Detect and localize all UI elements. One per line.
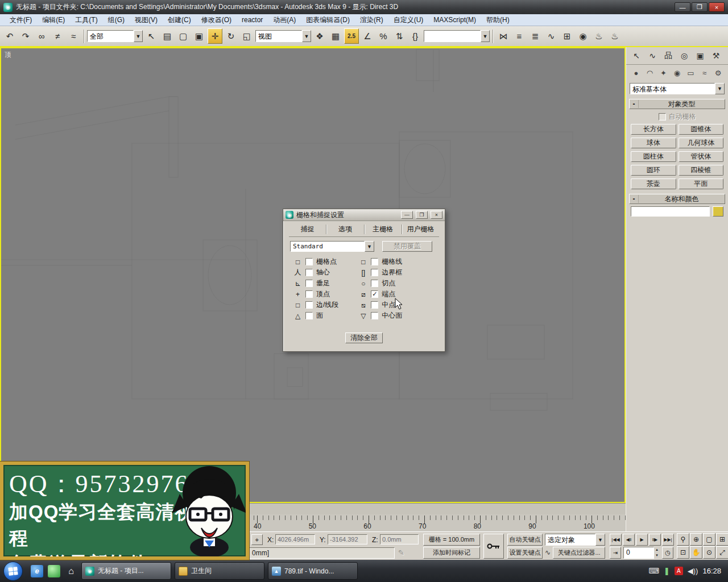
toolbar-icon[interactable]: ∠ [360,28,375,44]
selection-filter-dropdown[interactable]: 全部 ▼ [87,30,143,42]
snap-checkbox[interactable]: ✓ [371,290,378,298]
object-type-button[interactable]: 球体 [631,138,676,148]
menu-item[interactable]: 组(G) [103,14,130,26]
object-type-button[interactable]: 平面 [679,178,724,189]
category-icon[interactable]: ◠ [643,66,656,80]
category-icon[interactable]: ▭ [684,66,697,80]
toolbar-icon[interactable]: ◱ [239,28,254,44]
toolbar-icon[interactable]: ≠ [50,28,65,44]
toolbar-icon[interactable]: ♨ [607,28,622,44]
toolbar-icon[interactable]: ↶ [2,28,17,44]
spinner-down-icon[interactable]: ▼ [654,552,660,558]
object-type-button[interactable]: 圆锥体 [679,124,724,135]
volume-icon[interactable]: ◀)) [688,567,698,575]
autogrid-checkbox[interactable] [659,113,666,120]
key-selection-dropdown[interactable]: 选定对象 ▼ [545,534,605,546]
snap-preset-dropdown[interactable]: Standard ▼ [290,241,374,252]
minimize-button[interactable]: — [675,2,690,12]
key-toggle-button[interactable] [483,534,504,559]
adobe-tray-icon[interactable]: A [675,567,683,575]
menu-item[interactable]: MAXScript(M) [428,14,481,26]
toolbar-icon[interactable]: ≣ [528,28,543,44]
messenger-icon[interactable] [48,565,60,577]
close-button[interactable]: × [709,2,725,12]
dialog-tab[interactable]: 捕捉 [289,225,326,234]
menu-item[interactable]: 自定义(U) [388,14,429,26]
toolbar-icon[interactable]: ♨ [592,28,606,44]
toolbar-icon[interactable]: ▦ [328,28,343,44]
dialog-close-button[interactable]: × [431,211,442,219]
object-type-button[interactable]: 长方体 [631,124,676,135]
set-key-button[interactable]: 设置关键点 [507,547,543,559]
panel-tab-icon[interactable]: ▣ [693,49,707,63]
toolbar-icon[interactable]: ≡ [512,28,527,44]
dialog-restore-button[interactable]: ❐ [416,211,428,219]
viewport-nav-button[interactable]: ⊡ [677,546,689,559]
toolbar-icon[interactable]: ↻ [224,28,238,44]
chevron-down-icon[interactable]: ▼ [302,30,311,42]
object-type-button[interactable]: 茶壶 [631,178,676,189]
auto-key-button[interactable]: 自动关键点 [507,534,543,546]
viewport-nav-button[interactable]: ⚲ [677,533,689,546]
toolbar-icon[interactable]: ▣ [192,28,206,44]
snap-checkbox[interactable] [371,258,378,265]
panel-tab-icon[interactable]: 品 [661,49,675,63]
snap-checkbox[interactable] [371,280,378,287]
snap-checkbox[interactable] [305,290,313,298]
taskbar-task-photo-viewer[interactable]: ▲ 789.tif - Windo... [268,562,358,580]
start-button[interactable] [3,562,23,581]
playback-button[interactable]: ▶ [636,534,648,546]
name-and-color-rollout[interactable]: - 名称和颜色 [629,194,725,204]
object-type-rollout[interactable]: - 对象类型 [629,99,725,109]
snap-checkbox[interactable] [371,301,378,309]
object-color-swatch[interactable] [713,206,723,217]
toolbar-icon[interactable]: ⇅ [392,28,407,44]
track-bar-ruler[interactable]: 405060708090100 [249,514,631,531]
time-configuration-button[interactable]: ◷ [662,547,673,559]
snap-checkbox[interactable] [305,280,313,287]
object-type-button[interactable]: 圆环 [631,165,676,176]
dialog-tab[interactable]: 主栅格 [365,225,402,234]
panel-tab-icon[interactable]: ⚒ [709,49,723,63]
playback-button[interactable]: ◀‖ [623,534,635,546]
viewport-nav-button[interactable]: ⊕ [690,533,702,546]
toolbar-icon[interactable]: ⋈ [496,28,511,44]
toolbar-icon[interactable]: ↖ [144,28,159,44]
chevron-down-icon[interactable]: ▼ [134,30,143,42]
toolbar-icon[interactable]: ↷ [18,28,33,44]
named-selection-dropdown[interactable]: ▼ [424,30,490,42]
menu-item[interactable]: 编辑(E) [37,14,70,26]
toolbar-icon[interactable]: ∞ [34,28,49,44]
key-filters-button[interactable]: 关键点过滤器... [553,547,605,559]
chevron-down-icon[interactable]: ▼ [595,534,605,546]
menu-item[interactable]: 图表编辑器(D) [301,14,355,26]
toolbar-icon[interactable]: ⊞ [560,28,574,44]
playback-button[interactable]: ‖▶ [649,534,661,546]
chevron-down-icon[interactable]: ▼ [365,241,374,252]
viewport-nav-button[interactable]: ✋ [690,546,702,559]
viewport-nav-button[interactable]: ⊙ [703,546,715,559]
menu-item[interactable]: 修改器(O) [196,14,237,26]
object-name-field[interactable] [631,206,710,217]
toolbar-icon[interactable]: ▢ [176,28,191,44]
primitive-category-dropdown[interactable]: 标准基本体 ▼ [630,83,725,94]
menu-item[interactable]: reactor [237,14,268,26]
viewport-nav-button[interactable]: ▢ [703,533,715,546]
category-icon[interactable]: ✦ [657,66,670,80]
snap-toggle-icon[interactable]: 2.5 [344,28,359,44]
object-type-button[interactable]: 四棱锥 [679,165,724,176]
spinner-up-icon[interactable]: ▲ [654,547,660,552]
playback-button[interactable]: ▶▶| [662,534,674,546]
chevron-down-icon[interactable]: ▼ [481,30,490,42]
y-coordinate-field[interactable]: -3164.392 [328,534,367,544]
collapse-icon[interactable]: - [630,100,639,108]
selection-lock-toggle[interactable]: ⌖ [251,534,263,545]
current-frame-field[interactable]: 0 [623,547,654,559]
clear-all-button[interactable]: 清除全部 [345,332,383,343]
toolbar-icon[interactable]: {} [408,28,423,44]
snap-checkbox[interactable] [371,312,378,319]
select-and-move-icon[interactable]: ✛ [208,28,222,44]
keyboard-layout-icon[interactable]: ⌨ [648,567,659,575]
snap-checkbox[interactable] [305,258,313,265]
taskbar-task-folder[interactable]: 卫生间 [175,562,264,580]
